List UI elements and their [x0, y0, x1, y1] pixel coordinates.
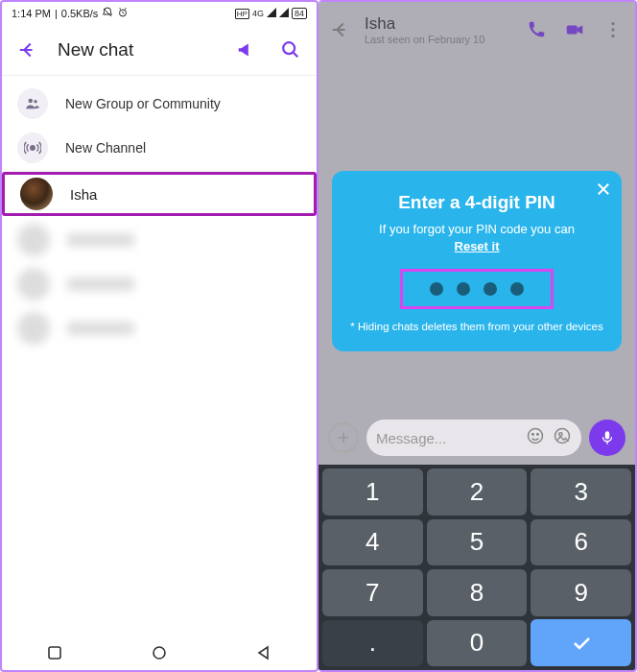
back-arrow-icon[interactable] — [13, 36, 42, 64]
status-time: 1:14 PM — [12, 8, 51, 19]
blurred-contact-1 — [2, 218, 317, 262]
alarm-icon — [117, 7, 129, 20]
pin-input-highlighted[interactable] — [400, 269, 554, 309]
message-input-bar: Message... — [328, 417, 625, 459]
svg-point-11 — [529, 429, 543, 444]
pin-dot — [430, 282, 443, 296]
emoji-icon[interactable] — [526, 426, 545, 449]
new-group-label: New Group or Community — [65, 96, 221, 111]
status-bar: 1:14 PM | 0.5KB/s HP 4G 84 — [2, 2, 317, 25]
blurred-contact-3 — [2, 306, 317, 350]
contact-isha-highlighted[interactable]: Isha — [2, 172, 317, 216]
new-channel-item[interactable]: New Channel — [2, 126, 317, 170]
pin-dot — [457, 282, 470, 296]
pin-dot — [510, 282, 524, 296]
pin-entry-modal: Enter a 4-digit PIN If you forgot your P… — [332, 171, 622, 351]
svg-point-1 — [283, 42, 295, 54]
svg-rect-16 — [605, 431, 610, 439]
group-icon — [17, 88, 48, 119]
modal-subtitle: If you forgot your PIN code you can Rese… — [349, 221, 604, 255]
search-icon[interactable] — [276, 36, 305, 64]
message-input[interactable]: Message... — [366, 420, 581, 456]
key-4[interactable]: 4 — [322, 519, 423, 566]
key-9[interactable]: 9 — [531, 569, 631, 616]
divider — [2, 75, 317, 76]
status-speed: 0.5KB/s — [61, 8, 99, 19]
channel-icon — [17, 132, 48, 163]
header-title: New chat — [58, 39, 217, 60]
close-icon[interactable] — [595, 180, 612, 202]
gallery-icon[interactable] — [553, 426, 572, 449]
svg-point-2 — [29, 99, 34, 104]
key-5[interactable]: 5 — [427, 519, 528, 566]
message-placeholder: Message... — [376, 430, 518, 446]
avatar — [20, 178, 53, 210]
pin-dot — [484, 282, 497, 296]
contact-name: Isha — [70, 186, 97, 203]
key-dot[interactable]: . — [322, 620, 423, 667]
announce-icon[interactable] — [232, 36, 261, 64]
svg-point-12 — [532, 434, 534, 436]
mic-button[interactable] — [589, 420, 625, 456]
blurred-contact-2 — [2, 262, 317, 306]
battery-icon: 84 — [292, 8, 307, 19]
signal-icon-2 — [279, 8, 289, 19]
android-nav-bar — [2, 636, 317, 670]
svg-point-6 — [153, 647, 165, 659]
right-screenshot: Isha Last seen on February 10 Enter a 4-… — [318, 0, 637, 672]
nav-home-icon[interactable] — [152, 645, 167, 660]
network-icon: 4G — [252, 9, 264, 18]
nav-back-icon[interactable] — [256, 645, 271, 660]
add-attachment-icon[interactable] — [328, 422, 359, 453]
svg-point-3 — [34, 100, 36, 103]
modal-title: Enter a 4-digit PIN — [349, 192, 604, 213]
hd-icon: HP — [235, 9, 249, 19]
new-channel-label: New Channel — [65, 140, 146, 156]
dnd-icon — [102, 7, 113, 20]
key-confirm[interactable] — [531, 619, 631, 666]
svg-point-15 — [559, 433, 562, 436]
new-chat-header: New chat — [2, 25, 317, 75]
svg-rect-5 — [49, 647, 60, 659]
left-screenshot: 1:14 PM | 0.5KB/s HP 4G 84 New chat — [0, 0, 318, 672]
reset-pin-link[interactable]: Reset it — [455, 239, 500, 253]
nav-recent-icon[interactable] — [47, 645, 62, 660]
key-1[interactable]: 1 — [322, 468, 423, 516]
modal-note: * Hiding chats deletes them from your ot… — [349, 319, 604, 334]
key-8[interactable]: 8 — [427, 569, 528, 616]
key-7[interactable]: 7 — [322, 569, 423, 616]
svg-point-4 — [31, 146, 35, 151]
key-3[interactable]: 3 — [531, 468, 631, 516]
signal-icon-1 — [267, 8, 276, 19]
key-0[interactable]: 0 — [427, 620, 528, 667]
svg-point-13 — [537, 434, 539, 436]
key-6[interactable]: 6 — [531, 519, 631, 566]
new-group-item[interactable]: New Group or Community — [2, 82, 317, 126]
key-2[interactable]: 2 — [427, 468, 528, 516]
